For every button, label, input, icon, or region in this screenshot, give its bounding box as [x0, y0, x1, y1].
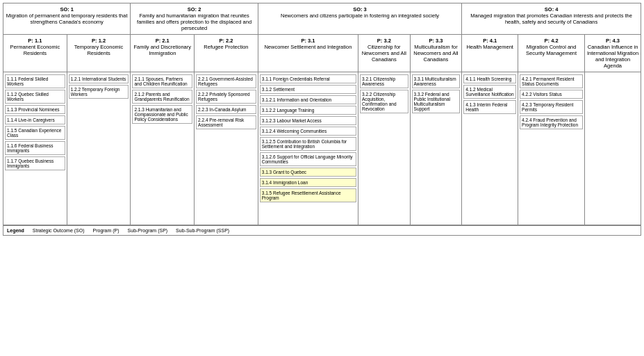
- so4-programs: P: 4.1 Health Management P: 4.2 Migratio…: [462, 35, 641, 72]
- p22-title: Refugee Protection: [204, 44, 248, 50]
- sp11-6: 1.1.6 Federal Business Immigrants: [5, 141, 65, 155]
- legend-sp: Sub-Program (SP): [128, 228, 168, 233]
- p42-cell: P: 4.2 Migration Control and Security Ma…: [518, 35, 585, 72]
- sp12-1: 1.2.1 International Students: [69, 74, 129, 83]
- sp42-4: 4.2.4 Fraud Prevention and Program Integ…: [520, 115, 583, 129]
- p31-label: P: 3.1: [301, 38, 315, 44]
- p41-label: P: 4.1: [483, 38, 497, 44]
- so-row: SO: 1 Migration of permanent and tempora…: [3, 3, 641, 35]
- p21-cell: P: 2.1 Family and Discretionary Immigrat…: [131, 35, 195, 72]
- p11-title: Permanent Economic Residents: [10, 44, 60, 56]
- sp32-cell: 3.2.1 Citizenship Awareness 3.2.2 Citize…: [358, 72, 411, 225]
- sp11-cell: 1.1.1 Federal Skilled Workers 1.1.2 Queb…: [3, 72, 67, 225]
- sp42-1: 4.2.1 Permanent Resident Status Document…: [520, 74, 583, 88]
- sp43-cell: [585, 72, 641, 225]
- sp21-1: 2.1.1 Spouses, Partners and Children Reu…: [132, 74, 192, 88]
- sp22-4: 2.2.4 Pre-removal Risk Assessment: [196, 115, 256, 129]
- p12-label: P: 1.2: [92, 38, 106, 44]
- p33-title: Multiculturalism for Newcomers and All C…: [413, 44, 458, 63]
- sp31-2: 3.1.2 Settlement: [260, 85, 356, 94]
- sp12-2: 1.2.2 Temporary Foreign Workers: [69, 85, 129, 99]
- sp41-3: 4.1.3 Interim Federal Health: [463, 100, 516, 114]
- sp21-cell: 2.1.1 Spouses, Partners and Children Reu…: [131, 72, 195, 225]
- p41-title: Health Management: [466, 44, 513, 50]
- so3-label: SO: 3: [353, 6, 367, 13]
- p32-cell: P: 3.2 Citizenship for Newcomers and All…: [358, 35, 411, 72]
- sp31-1: 3.1.1 Foreign Credentials Referral: [260, 74, 356, 83]
- sp11-3: 1.1.3 Provincial Nominees: [5, 105, 65, 114]
- legend-row: Legend Strategic Outcome (SO) Program (P…: [3, 225, 641, 235]
- p11-label: P: 1.1: [28, 38, 42, 44]
- sp12-cell: 1.2.1 International Students 1.2.2 Tempo…: [67, 72, 131, 225]
- sp22-cell: 2.2.1 Government-Assisted Refugees 2.2.2…: [195, 72, 258, 225]
- legend-title: Legend: [7, 228, 24, 233]
- p32-label: P: 3.2: [377, 38, 391, 44]
- sp11-1: 1.1.1 Federal Skilled Workers: [5, 74, 65, 88]
- sp11-4: 1.1.4 Live-in Caregivers: [5, 115, 65, 124]
- p42-label: P: 4.2: [545, 38, 559, 44]
- p33-cell: P: 3.3 Multiculturalism for Newcomers an…: [411, 35, 462, 72]
- sp31-2-6: 3.1.2.6 Support for Official Language Mi…: [260, 152, 356, 166]
- p42-title: Migration Control and Security Managemen…: [526, 44, 577, 56]
- p22-cell: P: 2.2 Refugee Protection: [195, 35, 258, 72]
- sp42-3: 4.2.3 Temporary Resident Permits: [520, 100, 583, 114]
- so3-cell: SO: 3 Newcomers and citizens participate…: [258, 3, 462, 34]
- p43-label: P: 4.3: [606, 38, 620, 44]
- diagram-container: SO: 1 Migration of permanent and tempora…: [3, 3, 641, 236]
- so2-label: SO: 2: [188, 6, 201, 13]
- p12-cell: P: 1.2 Temporary Economic Residents: [67, 35, 131, 72]
- sp21-3: 2.1.3 Humanitarian and Compassionate and…: [132, 105, 192, 124]
- sp31-2-2: 3.1.2.2 Language Training: [260, 106, 356, 115]
- legend-ssp: Sub-Sub-Program (SSP): [176, 228, 229, 233]
- sp33-2: 3.3.2 Federal and Public Institutional M…: [412, 90, 461, 113]
- so1-label: SO: 1: [60, 6, 74, 13]
- p31-title: Newcomer Settlement and Integration: [264, 44, 352, 50]
- p21-title: Family and Discretionary Immigration: [133, 44, 191, 56]
- p43-title: Canadian Influence in International Migr…: [587, 44, 638, 69]
- so3-text: Newcomers and citizens participate in fo…: [281, 13, 439, 19]
- sp31-2-3: 3.1.2.3 Labour Market Access: [260, 116, 356, 125]
- so4-sp: 4.1.1 Health Screening 4.1.2 Medical Sur…: [462, 72, 641, 225]
- main-table: SO: 1 Migration of permanent and tempora…: [3, 3, 641, 235]
- sp31-4: 3.1.4 Immigration Loan: [260, 178, 356, 187]
- p32-title: Citizenship for Newcomers and All Canadi…: [362, 44, 406, 63]
- sp31-2-4: 3.1.2.4 Welcoming Communities: [260, 127, 356, 136]
- subprogram-row: 1.1.1 Federal Skilled Workers 1.1.2 Queb…: [3, 72, 641, 225]
- so3-sp: 3.1.1 Foreign Credentials Referral 3.1.2…: [258, 72, 462, 225]
- so1-sp: 1.1.1 Federal Skilled Workers 1.1.2 Queb…: [3, 72, 131, 225]
- sp31-cell: 3.1.1 Foreign Credentials Referral 3.1.2…: [258, 72, 358, 225]
- sp42-2: 4.2.2 Visitors Status: [520, 90, 583, 99]
- p21-label: P: 2.1: [156, 38, 170, 44]
- so2-programs: P: 2.1 Family and Discretionary Immigrat…: [131, 35, 258, 72]
- legend-so: Strategic Outcome (SO): [33, 228, 85, 233]
- so2-text: Family and humanitarian migration that r…: [137, 13, 251, 31]
- p41-cell: P: 4.1 Health Management: [462, 35, 518, 72]
- p33-label: P: 3.3: [429, 38, 443, 44]
- sp31-2-1: 3.1.2.1 Information and Orientation: [260, 95, 356, 104]
- sp31-2-5: 3.1.2.5 Contribution to British Columbia…: [260, 137, 356, 151]
- sp11-2: 1.1.2 Quebec Skilled Workers: [5, 90, 65, 104]
- so1-programs: P: 1.1 Permanent Economic Residents P: 1…: [3, 35, 131, 72]
- sp22-2: 2.2.2 Privately Sponsored Refugees: [196, 90, 256, 104]
- legend-p: Program (P): [93, 228, 119, 233]
- sp11-7: 1.1.7 Quebec Business Immigrants: [5, 156, 65, 170]
- so4-cell: SO: 4 Managed migration that promotes Ca…: [462, 3, 641, 34]
- sp32-1: 3.2.1 Citizenship Awareness: [360, 74, 408, 88]
- p12-title: Temporary Economic Residents: [74, 44, 123, 56]
- p31-cell: P: 3.1 Newcomer Settlement and Integrati…: [258, 35, 358, 72]
- so2-sp: 2.1.1 Spouses, Partners and Children Reu…: [131, 72, 258, 225]
- sp41-cell: 4.1.1 Health Screening 4.1.2 Medical Sur…: [462, 72, 518, 225]
- p11-cell: P: 1.1 Permanent Economic Residents: [3, 35, 67, 72]
- sp31-5: 3.1.5 Refugee Resettlement Assistance Pr…: [260, 188, 356, 202]
- sp21-2: 2.1.2 Parents and Grandparents Reunifica…: [132, 90, 192, 104]
- sp22-3: 2.2.3 In-Canada Asylum: [196, 105, 256, 114]
- sp31-3: 3.1.3 Grant to Quebec: [260, 168, 356, 177]
- sp33-cell: 3.3.1 Multiculturalism Awareness 3.3.2 F…: [411, 72, 462, 225]
- sp41-2: 4.1.2 Medical Surveillance Notification: [463, 85, 516, 99]
- so3-programs: P: 3.1 Newcomer Settlement and Integrati…: [258, 35, 462, 72]
- so4-text: Managed migration that promotes Canadian…: [470, 13, 632, 25]
- p43-cell: P: 4.3 Canadian Influence in Internation…: [585, 35, 641, 72]
- sp22-1: 2.2.1 Government-Assisted Refugees: [196, 74, 256, 88]
- so4-label: SO: 4: [545, 6, 559, 13]
- p22-label: P: 2.2: [219, 38, 233, 44]
